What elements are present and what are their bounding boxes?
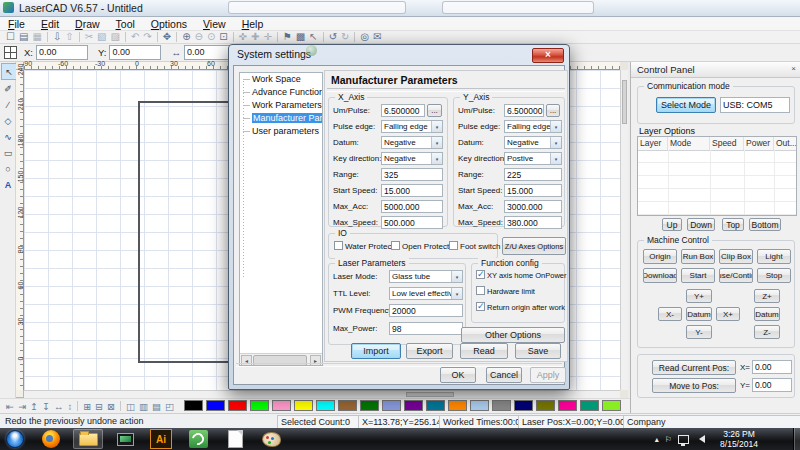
center-icon[interactable] [360,31,369,43]
palette-swatch[interactable] [316,400,335,411]
hardware-limit-checkbox[interactable] [476,286,485,295]
palette-swatch[interactable] [492,400,511,411]
chevron-down-icon[interactable] [550,137,561,148]
show-desktop-button[interactable] [793,428,800,450]
open-icon[interactable] [19,31,28,43]
palette-swatch[interactable] [250,400,269,411]
import-icon[interactable] [53,31,61,43]
center-horizontal-icon[interactable] [54,401,64,412]
jog-x-plus-button[interactable]: X+ [716,307,740,321]
cut-icon[interactable] [85,31,93,43]
rectangle-tool-icon[interactable] [1,145,15,160]
jog-z-plus-button[interactable]: Z+ [754,289,780,303]
x-start-speed-field[interactable]: 15.000 [381,184,443,197]
palette-swatch[interactable] [338,400,357,411]
run-box-button[interactable]: Run Box [681,249,715,264]
node-break-icon[interactable] [263,31,271,43]
import-button[interactable]: Import [351,343,401,359]
other-options-button[interactable]: Other Options [461,327,565,343]
water-protect-checkbox[interactable] [334,241,343,250]
anchor-grid-icon[interactable] [4,46,17,59]
mirror-horizontal-icon[interactable] [139,401,148,412]
layer-bottom-button[interactable]: Bottom [749,218,781,231]
palette-swatch[interactable] [272,400,291,411]
x-max-speed-field[interactable]: 500.000 [381,216,443,229]
palette-swatch[interactable] [404,400,423,411]
pos-x-field[interactable]: 0.00 [752,360,792,374]
align-right-icon[interactable] [18,401,26,412]
curve-tool-icon[interactable] [1,129,15,144]
flag-icon[interactable] [665,435,672,444]
scrollbar-thumb[interactable] [406,392,454,397]
taskbar-display[interactable] [110,429,140,449]
menu-draw[interactable]: Draw [67,17,108,31]
max-power-field[interactable]: 98 [389,322,463,335]
zoom-in-icon[interactable] [182,31,190,43]
stop-button[interactable]: Stop [757,268,791,283]
palette-swatch[interactable] [426,400,445,411]
y-key-direction-dropdown[interactable]: Postive [504,152,562,165]
ttl-level-dropdown[interactable]: Low level effective [389,287,463,300]
pos-y-field[interactable]: 0.00 [752,378,792,392]
apply-button[interactable]: Apply [530,367,566,383]
mirror-vertical-icon[interactable] [152,401,161,412]
y-um-pulse-browse-button[interactable]: ... [546,104,560,117]
network-icon[interactable] [678,435,689,444]
z-datum-button[interactable]: Datum [754,307,780,321]
palette-swatch[interactable] [602,400,621,411]
volume-icon[interactable] [695,435,705,443]
taskbar-illustrator[interactable]: Ai [146,429,176,449]
palette-swatch[interactable] [294,400,313,411]
chevron-down-icon[interactable] [550,121,561,132]
xy-datum-button[interactable]: Datum [686,307,712,321]
start-button[interactable] [6,430,24,448]
taskbar-firefox[interactable] [36,429,66,449]
return-origin-checkbox[interactable] [476,302,485,311]
close-icon[interactable] [791,64,796,73]
jog-z-minus-button[interactable]: Z- [754,325,780,339]
origin-button[interactable]: Origin [643,249,677,264]
array-icon[interactable] [296,31,305,43]
line-tool-icon[interactable] [1,97,15,112]
save-button[interactable]: Save [515,343,561,359]
message-icon[interactable] [373,31,381,43]
palette-swatch[interactable] [580,400,599,411]
layer-top-button[interactable]: Top [722,218,744,231]
show-hidden-icons[interactable] [655,435,659,444]
canvas-vertical-scrollbar[interactable] [620,70,628,390]
taskbar-clock[interactable]: 3:26 PM 8/15/2014 [712,429,766,449]
xy-home-checkbox[interactable] [476,270,485,279]
palette-swatch[interactable] [470,400,489,411]
simulate-icon[interactable] [283,31,292,43]
palette-swatch[interactable] [184,400,203,411]
canvas-horizontal-scrollbar[interactable] [24,390,620,398]
y-um-pulse-field[interactable]: 6.500000 [504,104,544,117]
y-range-field[interactable]: 225 [504,168,562,181]
polygon-tool-icon[interactable] [1,113,15,128]
x-pulse-edge-dropdown[interactable]: Falling edge [381,120,443,133]
layer-down-button[interactable]: Down [687,218,715,231]
menu-file[interactable]: File [0,17,33,31]
tree-item-user-parameters[interactable]: User parameters [240,125,322,138]
select-mode-button[interactable]: Select Mode [656,97,716,113]
chevron-down-icon[interactable] [431,137,442,148]
palette-swatch[interactable] [536,400,555,411]
zoom-out-icon[interactable] [195,31,203,43]
chevron-down-icon[interactable] [431,153,442,164]
tree-item-work-space[interactable]: Work Space [240,73,322,86]
select-tool-icon[interactable] [1,63,17,80]
ok-button[interactable]: OK [440,367,476,383]
tree-item-work-parameters[interactable]: Work Parameters [240,99,322,112]
align-bottom-icon[interactable] [42,401,50,412]
jog-y-minus-button[interactable]: Y- [686,325,712,339]
node-edit-tool-icon[interactable] [1,81,15,96]
center-vertical-icon[interactable] [67,401,72,412]
redo-icon[interactable] [143,31,151,43]
foot-switch-checkbox[interactable] [449,241,458,250]
distribute-icon[interactable] [165,401,174,412]
palette-swatch[interactable] [206,400,225,411]
layer-table-body[interactable] [638,150,796,215]
taskbar-explorer[interactable] [73,429,103,449]
export-icon[interactable] [65,31,73,43]
zoom-window-icon[interactable] [207,31,215,43]
